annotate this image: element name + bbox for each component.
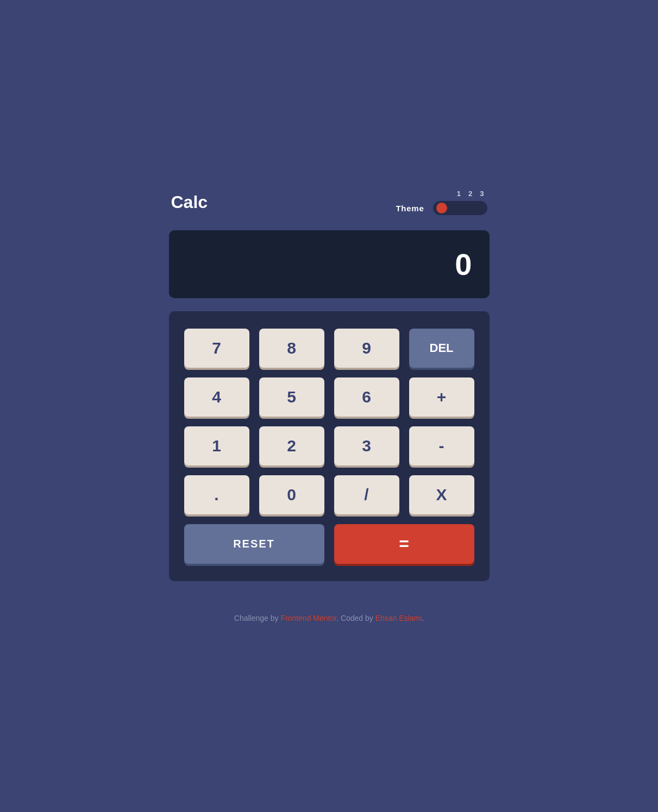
key-6[interactable]: 6 <box>334 377 399 417</box>
footer-text-middle: . Coded by <box>336 614 375 622</box>
display-value: 0 <box>455 247 472 281</box>
calculator-wrapper: Calc 1 2 3 Theme 0 7 8 9 DEL <box>169 190 490 581</box>
theme-number-3: 3 <box>480 190 484 198</box>
key-1[interactable]: 1 <box>184 426 249 465</box>
key-plus[interactable]: + <box>409 377 474 417</box>
theme-toggle[interactable] <box>433 201 487 215</box>
keypad-row-4: . 0 / X <box>184 475 474 514</box>
key-9[interactable]: 9 <box>334 329 399 368</box>
key-5[interactable]: 5 <box>259 377 324 417</box>
keypad: 7 8 9 DEL 4 5 6 + 1 2 3 - . 0 / X RESET <box>169 311 490 581</box>
footer: Challenge by Frontend Mentor. Coded by E… <box>234 614 424 622</box>
theme-section: 1 2 3 Theme <box>396 190 487 215</box>
keypad-row-2: 4 5 6 + <box>184 377 474 417</box>
keypad-bottom-row: RESET = <box>184 524 474 564</box>
keypad-row-1: 7 8 9 DEL <box>184 329 474 368</box>
key-3[interactable]: 3 <box>334 426 399 465</box>
key-dot[interactable]: . <box>184 475 249 514</box>
display: 0 <box>169 230 490 298</box>
key-0[interactable]: 0 <box>259 475 324 514</box>
key-minus[interactable]: - <box>409 426 474 465</box>
keypad-row-3: 1 2 3 - <box>184 426 474 465</box>
key-7[interactable]: 7 <box>184 329 249 368</box>
app-title: Calc <box>171 192 208 212</box>
theme-label: Theme <box>396 204 424 213</box>
key-4[interactable]: 4 <box>184 377 249 417</box>
key-multiply[interactable]: X <box>409 475 474 514</box>
theme-number-1: 1 <box>457 190 461 198</box>
key-2[interactable]: 2 <box>259 426 324 465</box>
theme-label-row: Theme <box>396 201 487 215</box>
key-8[interactable]: 8 <box>259 329 324 368</box>
key-divide[interactable]: / <box>334 475 399 514</box>
key-del[interactable]: DEL <box>409 329 474 368</box>
theme-numbers: 1 2 3 <box>457 190 487 198</box>
key-reset[interactable]: RESET <box>184 524 324 564</box>
footer-link-author[interactable]: Ehsan Eslami <box>375 614 422 622</box>
theme-number-2: 2 <box>468 190 472 198</box>
footer-text-after: . <box>422 614 424 622</box>
header: Calc 1 2 3 Theme <box>169 190 490 215</box>
footer-text-before: Challenge by <box>234 614 281 622</box>
key-equals[interactable]: = <box>334 524 474 564</box>
theme-toggle-knob <box>436 203 447 213</box>
footer-link-frontend-mentor[interactable]: Frontend Mentor <box>280 614 336 622</box>
